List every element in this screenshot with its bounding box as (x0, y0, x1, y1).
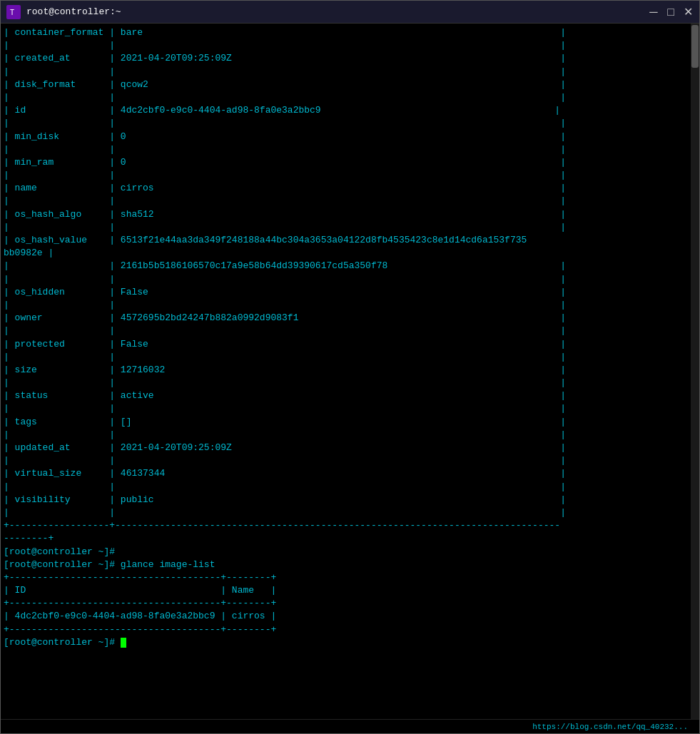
terminal-output: | container_format | bare | | | (1, 26, 699, 649)
terminal-window: T root@controller:~ ─ □ ✕ | container_fo… (0, 0, 700, 734)
window-title: root@controller:~ (26, 6, 648, 17)
maximize-button[interactable]: □ (665, 6, 676, 18)
scrollbar-thumb[interactable] (691, 25, 699, 68)
terminal-body[interactable]: | container_format | bare | | | (1, 24, 699, 719)
app-icon: T (6, 5, 21, 19)
close-button[interactable]: ✕ (682, 6, 694, 18)
terminal-cursor (121, 638, 126, 648)
scrollbar[interactable] (691, 24, 699, 719)
status-url: https://blog.csdn.net/qq_40232... (532, 723, 688, 731)
titlebar: T root@controller:~ ─ □ ✕ (1, 1, 699, 24)
minimize-button[interactable]: ─ (648, 6, 659, 18)
svg-text:T: T (10, 9, 14, 16)
window-controls: ─ □ ✕ (648, 6, 694, 18)
status-bar: https://blog.csdn.net/qq_40232... (1, 719, 699, 733)
